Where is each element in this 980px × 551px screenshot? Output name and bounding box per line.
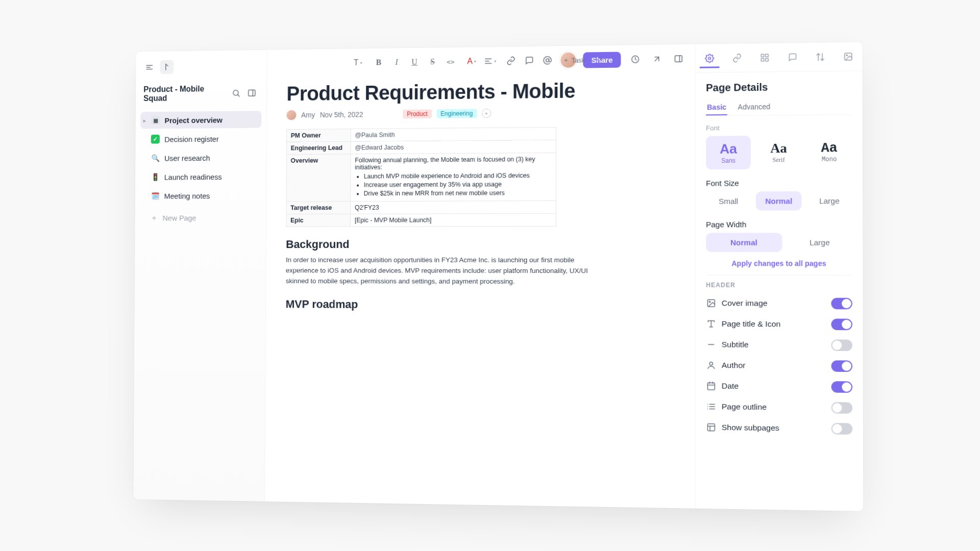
document[interactable]: Product Requirements - Mobile Amy Nov 5t…	[266, 73, 695, 337]
subtab-advanced[interactable]: Advanced	[737, 99, 771, 115]
toggle-label: Page outline	[722, 402, 767, 412]
section-heading-background[interactable]: Background	[286, 238, 674, 251]
sidebar-item-project-overview[interactable]: ▸ ▤ Project overview	[140, 111, 261, 129]
font-option-serif[interactable]: Aa Serif	[756, 135, 801, 169]
tab-page-settings[interactable]	[699, 48, 719, 68]
mention[interactable]: @Paula Smith	[355, 131, 395, 138]
align-dropdown[interactable]	[483, 54, 497, 68]
toggle-label: Date	[722, 381, 739, 391]
requirements-table[interactable]: PM Owner @Paula Smith Engineering Lead @…	[286, 127, 556, 227]
width-normal[interactable]: Normal	[706, 233, 782, 252]
svg-point-23	[846, 55, 847, 56]
apply-to-all-button[interactable]: Apply changes to all pages	[706, 252, 852, 276]
tab-comments[interactable]	[782, 47, 802, 67]
sidebar-item-decision-register[interactable]: ✓ Decision register	[140, 130, 261, 148]
page-width-label: Page Width	[706, 220, 852, 229]
toggle-switch[interactable]	[831, 423, 853, 435]
text-style-dropdown[interactable]: T	[351, 56, 364, 70]
more-button[interactable]	[593, 53, 607, 67]
overview-cell[interactable]: Following annual planning, the Mobile te…	[351, 153, 556, 201]
sidebar-item-label: Launch readiness	[164, 172, 222, 181]
add-tag-button[interactable]: +	[482, 109, 491, 118]
add-task-button[interactable]: ＋ Task	[558, 54, 589, 66]
font-option-mono[interactable]: Aa Mono	[806, 135, 852, 169]
list-item: Launch MVP mobile experience to Android …	[364, 172, 552, 180]
sidebar-item-meeting-notes[interactable]: 🗓️ Meeting notes	[140, 187, 261, 204]
text-color-dropdown[interactable]: A	[464, 54, 479, 68]
mention-button[interactable]	[541, 53, 555, 67]
table-row: PM Owner @Paula Smith	[287, 127, 556, 142]
tab-media[interactable]	[838, 46, 858, 66]
toggle-row-author: Author	[706, 355, 852, 377]
sidebar-item-label: Meeting notes	[164, 191, 210, 200]
calendar-icon: 🗓️	[151, 191, 159, 201]
svg-rect-40	[707, 424, 715, 431]
calendar-icon	[706, 381, 716, 390]
bold-button[interactable]: B	[372, 55, 385, 69]
tab-blocks[interactable]	[755, 47, 775, 67]
toggle-label: Show subpages	[722, 423, 779, 433]
italic-button[interactable]: I	[389, 55, 403, 69]
size-small[interactable]: Small	[706, 191, 751, 211]
toggle-label: Page title & Icon	[722, 319, 781, 329]
export-button[interactable]	[650, 52, 664, 66]
main-area: T B I U S <> A	[265, 44, 695, 509]
svg-rect-20	[761, 58, 764, 61]
search-workspace-button[interactable]	[229, 86, 243, 101]
page-title[interactable]: Product Requirements - Mobile	[286, 78, 674, 105]
subtab-basic[interactable]: Basic	[706, 100, 727, 116]
section-heading-roadmap[interactable]: MVP roadmap	[286, 297, 675, 312]
background-text[interactable]: In order to increase user acquisition op…	[286, 255, 607, 287]
toggle-switch[interactable]	[831, 319, 852, 331]
toggle-label: Cover image	[722, 298, 768, 308]
tab-sort[interactable]	[811, 47, 830, 67]
new-page-button[interactable]: ＋ New Page	[140, 208, 261, 228]
table-header: Epic	[286, 214, 351, 227]
sidebar-nav: ▸ ▤ Project overview ✓ Decision register…	[140, 111, 261, 204]
collapse-sidebar-button[interactable]	[143, 60, 157, 74]
table-cell[interactable]: Q2'FY23	[351, 201, 556, 214]
link-button[interactable]	[504, 54, 518, 68]
user-icon	[706, 361, 716, 370]
svg-rect-21	[766, 58, 768, 61]
font-selector: Aa Sans Aa Serif Aa Mono	[706, 135, 852, 170]
sidebar-item-user-research[interactable]: 🔍 User research	[140, 149, 261, 167]
back-button[interactable]	[160, 60, 174, 74]
svg-rect-5	[249, 90, 255, 96]
page-meta: Amy Nov 5th, 2022 Product Engineering +	[286, 107, 674, 120]
toggle-right-panel-button[interactable]	[671, 52, 685, 66]
comment-button[interactable]	[522, 54, 536, 68]
svg-point-11	[597, 59, 598, 60]
tab-links[interactable]	[727, 48, 747, 68]
panel-title: Page Details	[706, 81, 852, 94]
toggle-switch[interactable]	[831, 298, 852, 310]
toggle-label: Subtitle	[722, 340, 749, 349]
underline-button[interactable]: U	[407, 55, 421, 69]
strikethrough-button[interactable]: S	[426, 55, 440, 69]
mention[interactable]: @Edward Jacobs	[355, 144, 404, 151]
width-large[interactable]: Large	[787, 233, 852, 252]
toggle-switch[interactable]	[831, 402, 853, 414]
toggle-panel-button[interactable]	[245, 86, 259, 100]
table-cell[interactable]: [Epic - MVP Mobile Launch]	[351, 213, 556, 227]
size-large[interactable]: Large	[806, 191, 852, 211]
code-button[interactable]: <>	[444, 55, 458, 69]
svg-rect-19	[766, 54, 768, 57]
history-button[interactable]	[628, 52, 642, 66]
toggle-switch[interactable]	[831, 360, 852, 372]
tag-product[interactable]: Product	[403, 109, 431, 118]
sidebar-item-label: User research	[164, 154, 210, 162]
size-normal[interactable]: Normal	[756, 191, 801, 211]
tag-engineering[interactable]: Engineering	[436, 109, 477, 118]
toggle-row-page-outline: Page outline	[706, 396, 852, 419]
toggle-switch[interactable]	[831, 339, 852, 351]
sidebar-item-launch-readiness[interactable]: 🚦 Launch readiness	[140, 168, 261, 185]
table-row: Target release Q2'FY23	[286, 201, 556, 214]
toggle-switch[interactable]	[831, 381, 853, 393]
header-section-label: HEADER	[706, 282, 852, 289]
right-panel: Page Details Basic Advanced Font Aa Sans…	[695, 42, 864, 511]
check-icon: ✓	[151, 135, 160, 144]
workspace-title-row[interactable]: Product - Mobile Squad	[140, 82, 261, 105]
font-option-sans[interactable]: Aa Sans	[706, 136, 751, 169]
toggle-row-cover-image: Cover image	[706, 293, 852, 314]
